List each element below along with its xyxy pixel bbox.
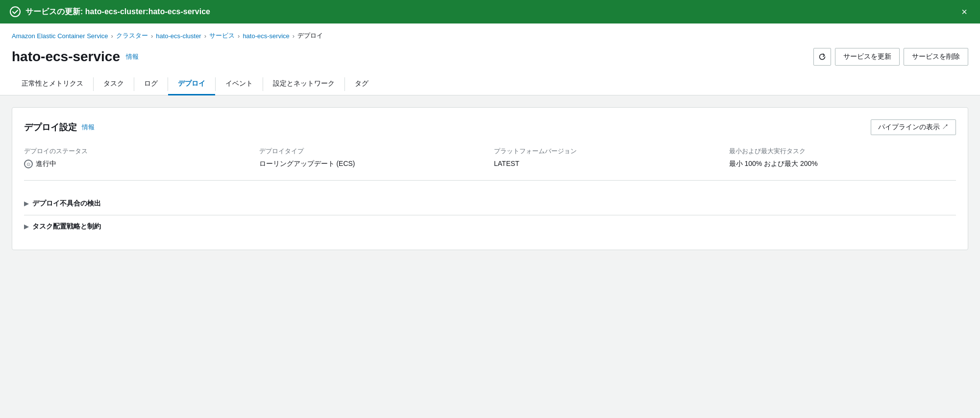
title-group: hato-ecs-service 情報 bbox=[12, 49, 139, 65]
tab-logs[interactable]: ログ bbox=[134, 73, 168, 95]
tab-deploy[interactable]: デプロイ bbox=[168, 73, 215, 95]
page-title: hato-ecs-service bbox=[12, 49, 120, 65]
deploy-status-text: 進行中 bbox=[36, 160, 56, 168]
deploy-status-value: ⊙ 進行中 bbox=[24, 160, 251, 168]
breadcrumb-sep-5: › bbox=[293, 32, 294, 40]
breadcrumb-ecs-link[interactable]: Amazon Elastic Container Service bbox=[12, 32, 108, 40]
banner-close-button[interactable]: × bbox=[958, 6, 970, 18]
tabs-container: 正常性とメトリクス タスク ログ デプロイ イベント 設定とネットワーク タグ bbox=[0, 73, 980, 95]
breadcrumb-services-link[interactable]: サービス bbox=[209, 31, 235, 40]
tab-settings-network[interactable]: 設定とネットワーク bbox=[263, 73, 344, 95]
breadcrumb-cluster-link[interactable]: クラスター bbox=[116, 31, 148, 40]
platform-version-field: プラットフォームバージョン LATEST bbox=[494, 147, 721, 168]
collapsibles-container: ▶ デプロイ不具合の検出 ▶ タスク配置戦略と制約 bbox=[24, 192, 956, 238]
deploy-type-label: デプロイタイプ bbox=[259, 147, 487, 156]
collapsible-arrow-2: ▶ bbox=[24, 223, 28, 230]
update-service-button[interactable]: サービスを更新 bbox=[835, 48, 900, 66]
collapsible-deploy-failure[interactable]: ▶ デプロイ不具合の検出 bbox=[24, 192, 956, 215]
deploy-status-field: デプロイのステータス ⊙ 進行中 bbox=[24, 147, 251, 168]
collapsible-label-1: デプロイ不具合の検出 bbox=[32, 199, 101, 208]
min-max-tasks-label: 最小および最大実行タスク bbox=[729, 147, 956, 156]
info-link[interactable]: 情報 bbox=[126, 52, 139, 61]
platform-version-value: LATEST bbox=[494, 160, 721, 167]
success-banner: サービスの更新: hato-ecs-cluster:hato-ecs-servi… bbox=[0, 0, 980, 23]
tab-events[interactable]: イベント bbox=[216, 73, 263, 95]
collapsible-label-2: タスク配置戦略と制約 bbox=[32, 222, 101, 231]
breadcrumb-service-name-link[interactable]: hato-ecs-service bbox=[243, 32, 289, 40]
card-header: デプロイ設定 情報 パイプラインの表示 ↗ bbox=[24, 119, 956, 135]
tab-health-metrics[interactable]: 正常性とメトリクス bbox=[12, 73, 93, 95]
collapsible-arrow-1: ▶ bbox=[24, 200, 28, 207]
page-header: hato-ecs-service 情報 サービスを更新 サービスを削除 bbox=[0, 44, 980, 73]
min-max-tasks-field: 最小および最大実行タスク 最小 100% および最大 200% bbox=[729, 147, 956, 168]
deploy-status-label: デプロイのステータス bbox=[24, 147, 251, 156]
delete-service-button[interactable]: サービスを削除 bbox=[904, 48, 968, 66]
deploy-config-info-link[interactable]: 情報 bbox=[82, 123, 95, 132]
breadcrumb-sep-1: › bbox=[111, 32, 113, 40]
card-title-group: デプロイ設定 情報 bbox=[24, 121, 95, 133]
banner-content: サービスの更新: hato-ecs-cluster:hato-ecs-servi… bbox=[10, 6, 210, 17]
breadcrumb-sep-2: › bbox=[151, 32, 153, 40]
status-in-progress-icon: ⊙ bbox=[24, 160, 33, 168]
deploy-type-field: デプロイタイプ ローリングアップデート (ECS) bbox=[259, 147, 487, 168]
deploy-fields-grid: デプロイのステータス ⊙ 進行中 デプロイタイプ ローリングアップデート (EC… bbox=[24, 147, 956, 181]
banner-text: サービスの更新: hato-ecs-cluster:hato-ecs-servi… bbox=[25, 7, 210, 17]
content-section: デプロイ設定 情報 パイプラインの表示 ↗ デプロイのステータス ⊙ 進行中 デ… bbox=[0, 95, 980, 262]
card-title: デプロイ設定 bbox=[24, 121, 77, 133]
tab-tasks[interactable]: タスク bbox=[94, 73, 134, 95]
breadcrumb-current: デプロイ bbox=[297, 31, 323, 40]
deploy-config-card: デプロイ設定 情報 パイプラインの表示 ↗ デプロイのステータス ⊙ 進行中 デ… bbox=[12, 107, 968, 250]
breadcrumb-cluster-name-link[interactable]: hato-ecs-cluster bbox=[156, 32, 201, 40]
refresh-button[interactable] bbox=[813, 48, 831, 66]
collapsible-task-placement[interactable]: ▶ タスク配置戦略と制約 bbox=[24, 215, 956, 238]
deploy-type-value: ローリングアップデート (ECS) bbox=[259, 160, 487, 168]
breadcrumb-sep-4: › bbox=[238, 32, 240, 40]
pipeline-button-label: パイプラインの表示 ↗ bbox=[878, 123, 949, 132]
tab-tags[interactable]: タグ bbox=[345, 73, 378, 95]
success-icon bbox=[10, 6, 21, 17]
header-actions: サービスを更新 サービスを削除 bbox=[813, 48, 968, 66]
breadcrumb: Amazon Elastic Container Service › クラスター… bbox=[0, 23, 980, 44]
platform-version-label: プラットフォームバージョン bbox=[494, 147, 721, 156]
breadcrumb-sep-3: › bbox=[204, 32, 206, 40]
pipeline-view-button[interactable]: パイプラインの表示 ↗ bbox=[871, 119, 956, 135]
min-max-tasks-value: 最小 100% および最大 200% bbox=[729, 160, 956, 168]
main-container: Amazon Elastic Container Service › クラスター… bbox=[0, 23, 980, 95]
